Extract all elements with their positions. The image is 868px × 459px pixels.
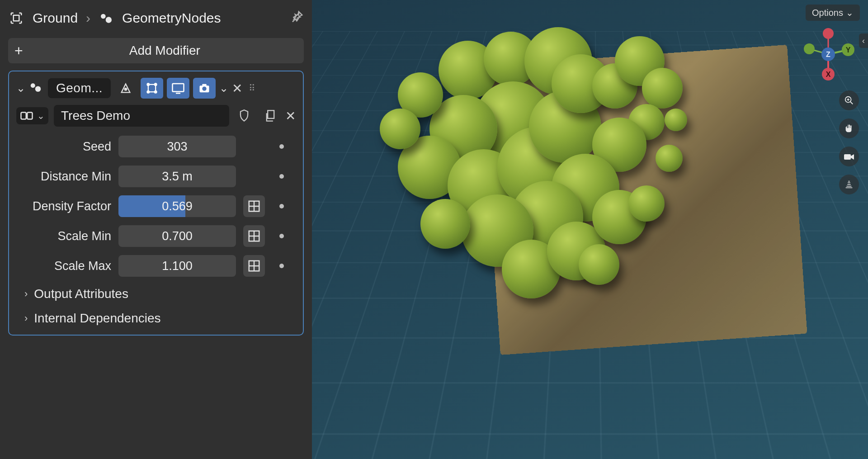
add-modifier-label: Add Modifier [32, 43, 297, 58]
viewport-top-bar: Options ⌄ [806, 5, 860, 21]
seed-field[interactable]: 303 [118, 136, 236, 157]
node-group-name-field[interactable]: Trees Demo [54, 105, 229, 127]
svg-point-8 [155, 84, 157, 86]
breadcrumb-modifier[interactable]: GeometryNodes [122, 10, 221, 26]
svg-point-1 [101, 14, 106, 19]
property-label: Density Factor [16, 199, 111, 213]
chevron-down-icon[interactable]: ⌄ [16, 82, 25, 95]
svg-point-3 [31, 83, 35, 88]
svg-point-7 [147, 84, 150, 86]
svg-rect-13 [202, 84, 206, 86]
attribute-toggle[interactable] [243, 195, 265, 217]
drag-handle-icon[interactable]: ⠿ [249, 83, 256, 94]
camera-icon[interactable] [839, 147, 859, 166]
anim-dot[interactable] [279, 174, 284, 179]
add-modifier-button[interactable]: + Add Modifier [8, 38, 304, 63]
tree [642, 68, 683, 109]
extras-dropdown[interactable]: ⌄ [219, 82, 228, 95]
svg-point-10 [155, 91, 157, 93]
svg-point-28 [823, 28, 834, 39]
internal-dependencies-section[interactable]: › Internal Dependencies [16, 308, 296, 326]
tree [628, 185, 665, 222]
geometry-nodes-icon [29, 80, 44, 96]
chevron-down-icon: ⌄ [37, 110, 45, 121]
breadcrumb: Ground › GeometryNodes [8, 5, 304, 31]
property-list: Seed 303 Distance Min 3.5 m Density Fact… [16, 136, 296, 277]
close-icon[interactable]: ✕ [232, 81, 242, 96]
output-attributes-section[interactable]: › Output Attributes [16, 283, 296, 301]
attribute-toggle[interactable] [243, 225, 265, 247]
viewport-side-icons [839, 90, 859, 194]
svg-point-5 [125, 88, 127, 90]
svg-point-2 [106, 17, 112, 23]
property-label: Scale Max [16, 259, 111, 273]
svg-rect-17 [268, 110, 274, 118]
tree [579, 244, 619, 285]
section-label: Output Attributes [34, 287, 128, 301]
properties-panel: Ground › GeometryNodes + Add Modifier ⌄ … [0, 0, 312, 459]
breadcrumb-object[interactable]: Ground [33, 10, 78, 26]
svg-text:X: X [826, 71, 831, 78]
plus-icon: + [14, 43, 23, 59]
scale-max-field[interactable]: 1.100 [118, 255, 236, 277]
duplicate-icon[interactable] [259, 105, 282, 126]
tree [380, 109, 420, 149]
property-label: Scale Min [16, 229, 111, 243]
pan-icon[interactable] [839, 118, 859, 138]
tree [420, 199, 470, 249]
fake-user-toggle[interactable] [233, 105, 255, 126]
svg-point-4 [35, 86, 41, 92]
anim-dot[interactable] [279, 204, 284, 208]
geometry-nodes-icon [99, 10, 114, 26]
scale-min-field[interactable]: 0.700 [118, 225, 236, 247]
chevron-right-icon: › [86, 10, 90, 26]
navigation-gizmo[interactable]: Y X Z [801, 27, 855, 81]
zoom-icon[interactable] [839, 90, 859, 110]
property-label: Seed [16, 140, 111, 154]
svg-text:Z: Z [826, 51, 830, 58]
options-dropdown[interactable]: Options ⌄ [806, 5, 860, 21]
property-row: Density Factor 0.569 [16, 195, 296, 217]
property-row: Scale Max 1.100 [16, 255, 296, 277]
modifier-header: ⌄ Geom... ⌄ ✕ ⠿ [16, 78, 296, 99]
property-row: Scale Min 0.700 [16, 225, 296, 247]
viewport[interactable]: Options ⌄ ‹ Y X Z [312, 0, 868, 459]
chevron-right-icon: › [24, 312, 28, 324]
svg-text:Y: Y [846, 46, 851, 54]
side-panel-toggle[interactable]: ‹ [859, 33, 868, 48]
anim-dot[interactable] [279, 264, 284, 268]
pin-icon[interactable] [290, 10, 304, 27]
object-icon [8, 10, 24, 26]
svg-point-14 [202, 87, 206, 91]
chevron-right-icon: › [24, 288, 28, 300]
property-row: Distance Min 3.5 m [16, 166, 296, 187]
distance-min-field[interactable]: 3.5 m [118, 166, 236, 187]
modifier-block: ⌄ Geom... ⌄ ✕ ⠿ ⌄ [8, 71, 304, 336]
svg-rect-34 [844, 154, 851, 160]
perspective-icon[interactable] [839, 175, 859, 194]
node-group-selector[interactable]: ⌄ [16, 107, 48, 124]
node-group-row: ⌄ Trees Demo ✕ [16, 105, 296, 127]
realtime-toggle[interactable] [141, 78, 163, 99]
svg-rect-11 [173, 84, 184, 92]
svg-point-25 [804, 43, 815, 54]
attribute-toggle[interactable] [243, 255, 265, 277]
viewport-toggle[interactable] [167, 78, 189, 99]
chevron-down-icon: ⌄ [846, 7, 854, 18]
anim-dot[interactable] [279, 234, 284, 238]
svg-rect-16 [27, 113, 32, 119]
edit-mode-toggle[interactable] [114, 78, 137, 99]
unlink-icon[interactable]: ✕ [285, 109, 296, 123]
density-factor-field[interactable]: 0.569 [118, 195, 236, 217]
anim-dot[interactable] [279, 144, 284, 149]
render-toggle[interactable] [193, 78, 216, 99]
tree [665, 109, 687, 131]
property-label: Distance Min [16, 170, 111, 184]
svg-point-9 [147, 91, 150, 93]
tree [656, 145, 683, 172]
property-row: Seed 303 [16, 136, 296, 157]
section-label: Internal Dependencies [34, 311, 160, 326]
svg-rect-0 [14, 15, 19, 21]
modifier-name[interactable]: Geom... [48, 78, 111, 98]
svg-rect-15 [21, 113, 26, 119]
